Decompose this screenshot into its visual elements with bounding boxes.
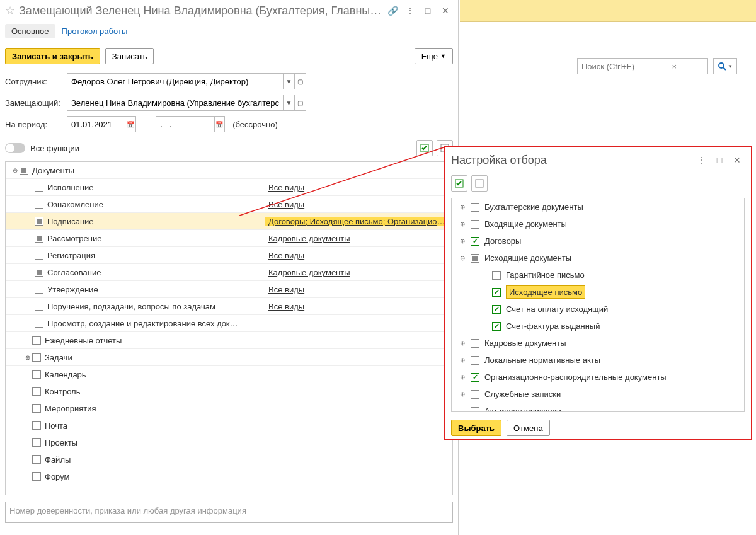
popup-tree-row[interactable]: ⊕Входящие документы [452, 216, 744, 233]
tree-row[interactable]: РассмотрениеКадровые документы [6, 230, 452, 247]
maximize-icon[interactable]: □ [712, 152, 727, 168]
check-all-icon[interactable] [451, 175, 467, 192]
close-icon[interactable]: ✕ [438, 3, 453, 18]
check-all-icon[interactable] [416, 140, 433, 156]
link-icon[interactable]: 🔗 [385, 3, 400, 18]
employee-input[interactable] [67, 76, 283, 88]
popup-tree-row[interactable]: Гарантийное письмо [452, 267, 744, 284]
tab-main[interactable]: Основное [5, 24, 55, 38]
checkbox[interactable] [35, 251, 43, 260]
comment-input[interactable]: Номер доверенности, приказа или любая др… [5, 502, 453, 523]
popup-tree-row[interactable]: ✓Счет на оплату исходящий [452, 301, 744, 318]
favorite-star-icon[interactable]: ☆ [5, 4, 15, 18]
checkbox[interactable] [471, 339, 479, 348]
checkbox[interactable] [35, 319, 43, 328]
expander-icon[interactable]: ⊕ [23, 354, 32, 361]
tree-row[interactable]: Поручения, подзадачи, вопросы по задачам… [6, 298, 452, 315]
popup-tree-row[interactable]: ⊕✓Организационно-распорядительные докуме… [452, 369, 744, 386]
popup-tree-row[interactable]: ⊕Бухгалтерские документы [452, 198, 744, 216]
expander-icon[interactable]: ⊕ [458, 204, 467, 210]
expander-icon[interactable]: ⊕ [458, 374, 467, 381]
checkbox[interactable] [471, 220, 479, 229]
types-link[interactable]: Все виды [265, 183, 308, 192]
substitute-input[interactable] [67, 97, 283, 109]
open-icon[interactable]: ▢ [294, 95, 306, 110]
checkbox[interactable] [32, 353, 41, 362]
date-from-input[interactable] [67, 118, 125, 130]
calendar-icon[interactable]: 📅 [214, 117, 225, 132]
types-link[interactable]: Все виды [265, 251, 308, 260]
more-button[interactable]: Еще ▼ [415, 48, 453, 64]
expander-icon[interactable]: ⊕ [458, 391, 467, 398]
checkbox[interactable] [471, 254, 479, 263]
types-link[interactable]: Кадровые документы [265, 234, 354, 243]
checkbox[interactable] [492, 271, 501, 280]
tree-row[interactable]: ОзнакомлениеВсе виды [6, 196, 452, 213]
tree-row[interactable]: СогласованиеКадровые документы [6, 264, 452, 281]
tree-row[interactable]: Календарь [6, 366, 452, 383]
tree-row[interactable]: Почта [6, 417, 452, 434]
tree-row[interactable]: Просмотр, создание и редактирование всех… [6, 315, 452, 332]
tree-row[interactable]: Контроль [6, 383, 452, 400]
date-to-input[interactable] [156, 118, 214, 130]
types-link[interactable]: Договоры; Исходящее письмо; Организацион… [265, 217, 452, 226]
checkbox[interactable] [471, 407, 479, 413]
menu-icon[interactable]: ⋮ [403, 3, 418, 18]
tab-log[interactable]: Протокол работы [55, 24, 134, 38]
popup-tree-row[interactable]: ✓Исходящее письмо [452, 284, 744, 301]
checkbox[interactable] [35, 200, 43, 209]
tree-row[interactable]: РегистрацияВсе виды [6, 247, 452, 264]
types-link[interactable]: Все виды [265, 302, 308, 311]
checkbox[interactable] [32, 404, 41, 413]
types-link[interactable]: Все виды [265, 200, 308, 209]
tree-root[interactable]: ⊖ Документы [6, 162, 452, 179]
search-button[interactable]: ▼ [713, 58, 737, 74]
types-link[interactable]: Все виды [265, 285, 308, 294]
popup-tree-row[interactable]: Акт инвентаризации [452, 403, 744, 412]
checkbox[interactable] [32, 421, 41, 430]
open-icon[interactable]: ▢ [294, 74, 306, 89]
checkbox[interactable]: ✓ [471, 237, 479, 246]
tree-row[interactable]: ⊕Задачи [6, 349, 452, 366]
checkbox[interactable] [35, 234, 43, 243]
popup-tree-row[interactable]: ⊕✓Договоры [452, 233, 744, 250]
types-link[interactable]: Кадровые документы [265, 268, 354, 277]
checkbox[interactable]: ✓ [492, 322, 501, 331]
expander-icon[interactable]: ⊕ [458, 238, 467, 244]
checkbox[interactable] [32, 472, 41, 481]
all-functions-toggle[interactable] [5, 143, 25, 153]
expander-icon[interactable]: ⊕ [458, 221, 467, 227]
checkbox[interactable] [32, 455, 41, 464]
checkbox[interactable] [471, 356, 479, 365]
expander-icon[interactable]: ⊖ [11, 167, 20, 174]
popup-tree-row[interactable]: ⊕Локальные нормативные акты [452, 352, 744, 369]
menu-icon[interactable]: ⋮ [694, 152, 709, 168]
checkbox[interactable] [20, 166, 28, 175]
clear-icon[interactable]: × [672, 62, 677, 71]
checkbox[interactable]: ✓ [492, 305, 501, 314]
save-close-button[interactable]: Записать и закрыть [5, 48, 100, 64]
popup-tree-row[interactable]: ✓Счет-фактура выданный [452, 318, 744, 335]
checkbox[interactable]: ✓ [492, 288, 501, 297]
tree-row[interactable]: Файлы [6, 451, 452, 468]
expander-icon[interactable]: ⊕ [458, 357, 467, 364]
dropdown-icon[interactable]: ▼ [283, 74, 294, 89]
expander-icon[interactable]: ⊕ [458, 340, 467, 347]
checkbox[interactable] [32, 438, 41, 447]
checkbox[interactable] [35, 285, 43, 294]
tree-row[interactable]: Проекты [6, 434, 452, 451]
dropdown-icon[interactable]: ▼ [283, 95, 294, 110]
checkbox[interactable] [471, 390, 479, 399]
maximize-icon[interactable]: □ [420, 3, 435, 18]
popup-tree-row[interactable]: ⊖Исходящие документы [452, 250, 744, 267]
checkbox[interactable] [471, 203, 479, 212]
popup-tree-row[interactable]: ⊕Служебные записки [452, 386, 744, 403]
checkbox[interactable] [32, 387, 41, 396]
checkbox[interactable] [35, 217, 43, 226]
tree-row[interactable]: ПодписаниеДоговоры; Исходящее письмо; Ор… [6, 213, 452, 230]
calendar-icon[interactable]: 📅 [125, 117, 135, 132]
checkbox[interactable] [32, 370, 41, 379]
save-button[interactable]: Записать [105, 48, 154, 64]
search-input[interactable] [577, 58, 708, 74]
checkbox[interactable]: ✓ [471, 373, 479, 382]
